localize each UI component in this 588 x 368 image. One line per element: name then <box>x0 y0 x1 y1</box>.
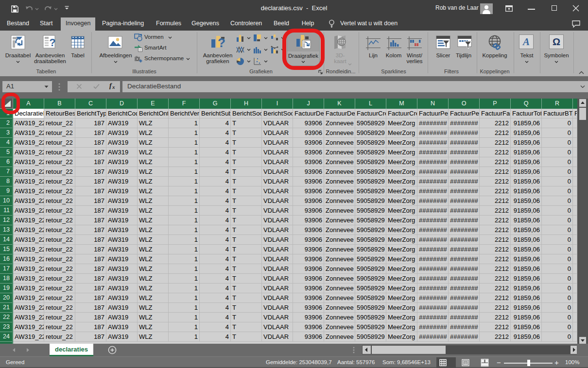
svg-text:?: ? <box>218 35 225 50</box>
svg-text:?: ? <box>49 36 55 49</box>
svg-text:A: A <box>522 36 530 48</box>
svg-text:Ω: Ω <box>553 36 560 47</box>
